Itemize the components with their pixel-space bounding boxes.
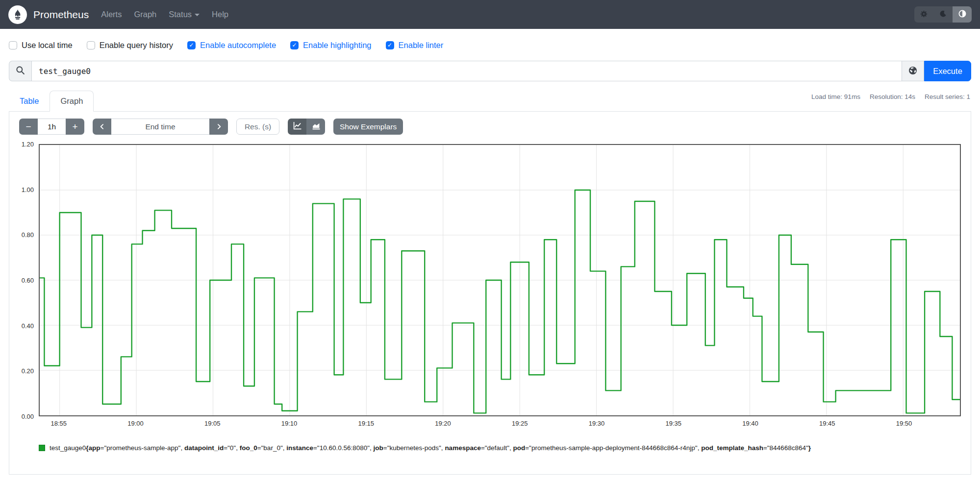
checkmark-icon: ✓ [189, 42, 194, 48]
checkbox-use-local-time[interactable]: ✓ Use local time [9, 41, 73, 50]
theme-light-button[interactable] [914, 6, 933, 23]
checkmark-icon: ✓ [10, 42, 15, 48]
show-exemplars-button[interactable]: Show Exemplars [333, 119, 403, 135]
legend-label-text: test_gauge0{app="prometheus-sample-app",… [50, 444, 811, 452]
y-tick-label: 0.80 [22, 231, 34, 239]
checkmark-icon: ✓ [387, 42, 392, 48]
contrast-icon [958, 10, 966, 19]
checkbox-enable-highlighting[interactable]: ✓ Enable highlighting [290, 41, 371, 50]
checkmark-icon: ✓ [292, 42, 297, 48]
checkbox-label: Enable query history [100, 41, 173, 50]
stat-load-time: Load time: 91ms [811, 93, 860, 100]
checkbox-enable-linter[interactable]: ✓ Enable linter [386, 41, 444, 50]
increase-range-button[interactable]: + [66, 119, 84, 135]
chevron-right-icon [216, 121, 222, 132]
x-tick-label: 19:15 [358, 420, 374, 427]
y-tick-label: 0.60 [22, 277, 34, 284]
query-stats: Load time: 91ms Resolution: 14s Result s… [811, 93, 970, 100]
y-axis-labels: 0.000.200.400.600.801.001.20 [19, 144, 36, 416]
metrics-explorer-button[interactable] [902, 61, 924, 81]
resolution-input[interactable] [236, 119, 279, 135]
brand-title: Prometheus [33, 9, 89, 21]
time-forward-button[interactable] [209, 119, 228, 135]
series-legend[interactable]: test_gauge0{app="prometheus-sample-app",… [39, 444, 961, 452]
y-tick-label: 0.00 [22, 413, 34, 420]
theme-dark-button[interactable] [933, 6, 953, 23]
checkbox-label: Enable autocomplete [200, 41, 276, 50]
nav-item-help[interactable]: Help [212, 10, 228, 19]
chart-area: 0.000.200.400.600.801.001.20 18:5519:001… [19, 144, 961, 430]
plus-icon: + [72, 121, 77, 132]
checkbox-label: Enable highlighting [303, 41, 371, 50]
time-back-button[interactable] [93, 119, 111, 135]
tab-table[interactable]: Table [9, 91, 50, 112]
expression-input[interactable] [31, 61, 902, 81]
end-time-input[interactable] [111, 119, 209, 135]
graph-panel: − 1h + [9, 112, 971, 475]
nav-item-graph[interactable]: Graph [134, 10, 156, 19]
checkmark-icon: ✓ [88, 42, 93, 48]
range-value[interactable]: 1h [38, 119, 66, 135]
checkbox-label: Enable linter [399, 41, 444, 50]
stacked-chart-button[interactable] [306, 119, 325, 135]
range-control-group: − 1h + [19, 119, 84, 135]
x-tick-label: 18:55 [50, 420, 67, 427]
chevron-left-icon [99, 121, 105, 132]
tab-graph[interactable]: Graph [50, 91, 94, 112]
x-tick-label: 19:50 [896, 420, 912, 427]
search-icon [16, 66, 25, 77]
x-tick-label: 19:10 [281, 420, 298, 427]
checkbox-enable-query-history[interactable]: ✓ Enable query history [87, 41, 173, 50]
stat-resolution: Resolution: 14s [870, 93, 915, 100]
navbar: Prometheus Alerts Graph Status Help [0, 0, 980, 29]
gear-icon [920, 10, 928, 19]
stacked-area-icon [312, 121, 320, 132]
query-input-group: Execute [9, 61, 971, 81]
chart-type-group [288, 119, 325, 135]
x-tick-label: 19:25 [512, 420, 528, 427]
x-tick-label: 19:45 [819, 420, 835, 427]
x-tick-label: 19:40 [742, 420, 758, 427]
nav-item-status-dropdown[interactable]: Status [169, 10, 200, 19]
theme-toggle-group [914, 6, 972, 23]
x-tick-label: 19:05 [204, 420, 221, 427]
checkbox-enable-autocomplete[interactable]: ✓ Enable autocomplete [187, 41, 276, 50]
decrease-range-button[interactable]: − [19, 119, 38, 135]
moon-icon [940, 10, 947, 19]
stat-result-series: Result series: 1 [925, 93, 970, 100]
y-tick-label: 0.40 [22, 322, 34, 329]
checkbox-box: ✓ [187, 41, 196, 49]
plot-canvas[interactable] [39, 144, 961, 416]
chevron-down-icon [195, 14, 200, 16]
y-tick-label: 1.00 [22, 186, 34, 193]
checkbox-box: ✓ [290, 41, 299, 49]
x-axis-labels: 18:5519:0019:0519:1019:1519:2019:2519:30… [39, 416, 961, 430]
nav-item-alerts[interactable]: Alerts [101, 10, 122, 19]
checkbox-box: ✓ [9, 41, 17, 49]
x-tick-label: 19:20 [435, 420, 451, 427]
brand-home-link[interactable]: Prometheus [8, 5, 89, 24]
theme-auto-button[interactable] [953, 6, 972, 23]
line-chart-button[interactable] [288, 119, 306, 135]
x-tick-label: 19:35 [665, 420, 681, 427]
y-tick-label: 0.20 [22, 367, 34, 375]
end-time-control-group [93, 119, 228, 135]
checkbox-box: ✓ [87, 41, 95, 49]
execute-button[interactable]: Execute [924, 61, 971, 81]
nav-links: Alerts Graph Status Help [101, 10, 228, 19]
x-tick-label: 19:00 [127, 420, 144, 427]
minus-icon: − [25, 121, 31, 132]
global-options-bar: ✓ Use local time ✓ Enable query history … [0, 29, 980, 52]
line-chart-icon [293, 121, 302, 132]
tabs-zone: Table Graph Load time: 91ms Resolution: … [9, 91, 971, 112]
globe-icon [908, 66, 917, 76]
series-plot [40, 145, 960, 415]
query-prefix [9, 61, 31, 81]
checkbox-box: ✓ [386, 41, 394, 49]
y-tick-label: 1.20 [22, 141, 34, 148]
prometheus-logo-icon [8, 5, 27, 24]
x-tick-label: 19:30 [589, 420, 605, 427]
graph-controls: − 1h + [19, 119, 961, 135]
legend-color-swatch [39, 445, 45, 451]
checkbox-label: Use local time [22, 41, 73, 50]
